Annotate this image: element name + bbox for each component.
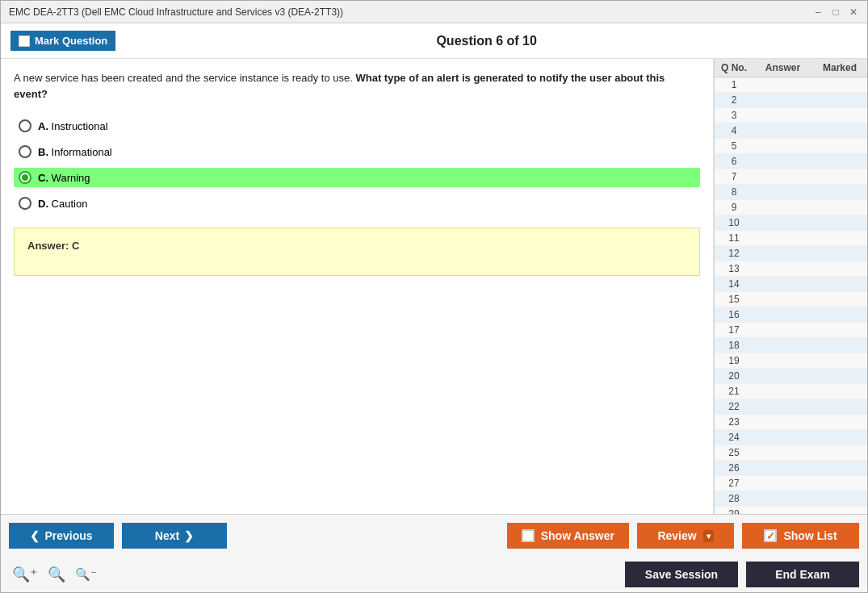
option-d[interactable]: D. Caution xyxy=(14,194,700,213)
zoom-normal-button[interactable]: 🔍 xyxy=(44,564,69,585)
row-num: 23 xyxy=(718,416,750,428)
question-list-row[interactable]: 24 xyxy=(715,430,867,445)
question-list-row[interactable]: 19 xyxy=(715,353,867,369)
toolbar-row-2: 🔍⁺ 🔍 🔍⁻ Save Session End Exam xyxy=(1,557,867,592)
previous-label: Previous xyxy=(44,529,92,542)
question-title: Question 6 of 10 xyxy=(115,34,858,48)
question-list-row[interactable]: 2 xyxy=(715,93,867,108)
radio-d[interactable] xyxy=(19,197,31,210)
row-num: 26 xyxy=(718,462,750,474)
show-list-button[interactable]: ✓ Show List xyxy=(742,523,859,549)
question-list-row[interactable]: 29 xyxy=(715,507,867,514)
next-arrow-icon: ❯ xyxy=(184,529,194,542)
option-a[interactable]: A. Instructional xyxy=(14,116,700,136)
main-section: A new service has been created and the s… xyxy=(1,59,867,514)
option-a-label: A. Instructional xyxy=(38,120,108,132)
question-list-row[interactable]: 8 xyxy=(715,185,867,200)
question-list-row[interactable]: 6 xyxy=(715,154,867,169)
question-list-row[interactable]: 13 xyxy=(715,261,867,277)
answer-text: Answer: C xyxy=(27,240,79,252)
question-list-row[interactable]: 20 xyxy=(715,369,867,384)
row-num: 3 xyxy=(718,110,750,121)
question-list-row[interactable]: 18 xyxy=(715,338,867,353)
row-num: 6 xyxy=(718,156,750,167)
row-num: 20 xyxy=(718,370,750,382)
review-dropdown-icon: ▾ xyxy=(703,530,714,542)
col-qno-header: Q No. xyxy=(718,62,750,73)
question-list-row[interactable]: 25 xyxy=(715,445,867,461)
row-num: 24 xyxy=(718,432,750,443)
option-c-label: C. Warning xyxy=(38,172,90,184)
next-label: Next xyxy=(155,529,179,542)
show-answer-button[interactable]: Show Answer xyxy=(507,523,629,549)
row-num: 2 xyxy=(718,94,750,106)
row-num: 29 xyxy=(718,508,750,514)
row-num: 5 xyxy=(718,140,750,152)
restore-button[interactable]: □ xyxy=(830,6,841,18)
question-list-row[interactable]: 1 xyxy=(715,77,867,93)
row-num: 25 xyxy=(718,447,750,458)
question-list-row[interactable]: 16 xyxy=(715,307,867,323)
question-list-row[interactable]: 21 xyxy=(715,384,867,399)
question-list-body[interactable]: 1 2 3 4 5 6 7 8 xyxy=(715,77,867,514)
radio-c[interactable] xyxy=(19,171,31,184)
question-list-row[interactable]: 10 xyxy=(715,215,867,231)
save-session-button[interactable]: Save Session xyxy=(625,562,738,587)
previous-button[interactable]: ❮ Previous xyxy=(9,523,114,549)
question-list-row[interactable]: 23 xyxy=(715,415,867,430)
option-d-label: D. Caution xyxy=(38,198,87,210)
minimize-button[interactable]: – xyxy=(812,6,824,18)
row-num: 9 xyxy=(718,202,750,213)
radio-b[interactable] xyxy=(19,145,31,158)
app-window: EMC DEA-2TT3 (Dell EMC Cloud Infrastruct… xyxy=(0,0,868,593)
question-list-row[interactable]: 4 xyxy=(715,123,867,139)
toolbar-row-1: ❮ Previous Next ❯ Show Answer Review ▾ xyxy=(1,515,867,557)
end-exam-label: End Exam xyxy=(775,568,830,581)
question-list-row[interactable]: 17 xyxy=(715,323,867,338)
bottom-toolbar: ❮ Previous Next ❯ Show Answer Review ▾ xyxy=(1,514,867,592)
question-panel: A new service has been created and the s… xyxy=(1,59,714,514)
save-session-label: Save Session xyxy=(645,568,718,581)
col-marked-header: Marked xyxy=(816,62,864,73)
question-list-row[interactable]: 9 xyxy=(715,200,867,215)
title-bar: EMC DEA-2TT3 (Dell EMC Cloud Infrastruct… xyxy=(1,1,867,23)
previous-arrow-icon: ❮ xyxy=(30,529,40,542)
question-list-panel: Q No. Answer Marked 1 2 3 4 5 xyxy=(714,59,867,514)
question-list-row[interactable]: 28 xyxy=(715,491,867,507)
question-list-row[interactable]: 26 xyxy=(715,461,867,476)
mark-question-button[interactable]: Mark Question xyxy=(10,31,115,51)
question-list-row[interactable]: 3 xyxy=(715,108,867,123)
question-list-row[interactable]: 11 xyxy=(715,231,867,246)
row-num: 21 xyxy=(718,386,750,397)
question-list-row[interactable]: 22 xyxy=(715,399,867,415)
review-button[interactable]: Review ▾ xyxy=(637,523,734,549)
top-bar: Mark Question Question 6 of 10 xyxy=(1,23,867,59)
show-answer-checkbox-icon xyxy=(522,529,535,542)
row-num: 1 xyxy=(718,79,750,90)
zoom-out-button[interactable]: 🔍⁻ xyxy=(72,566,100,583)
question-list-row[interactable]: 5 xyxy=(715,139,867,154)
radio-a[interactable] xyxy=(19,119,31,132)
option-b[interactable]: B. Informational xyxy=(14,142,700,161)
window-title: EMC DEA-2TT3 (Dell EMC Cloud Infrastruct… xyxy=(9,6,343,18)
zoom-in-button[interactable]: 🔍⁺ xyxy=(9,564,41,585)
next-button[interactable]: Next ❯ xyxy=(122,523,227,549)
row-num: 11 xyxy=(718,232,750,244)
option-b-label: B. Informational xyxy=(38,146,112,158)
option-c[interactable]: C. Warning xyxy=(14,168,700,187)
close-button[interactable]: ✕ xyxy=(848,6,859,18)
window-controls: – □ ✕ xyxy=(812,6,859,18)
question-list-row[interactable]: 27 xyxy=(715,476,867,491)
row-num: 8 xyxy=(718,186,750,198)
row-num: 22 xyxy=(718,401,750,412)
question-list-row[interactable]: 7 xyxy=(715,169,867,185)
question-list-row[interactable]: 12 xyxy=(715,246,867,261)
mark-question-label: Mark Question xyxy=(35,35,107,47)
question-list-row[interactable]: 14 xyxy=(715,277,867,292)
end-exam-button[interactable]: End Exam xyxy=(746,562,859,587)
mark-checkbox-icon xyxy=(19,35,30,47)
row-num: 7 xyxy=(718,171,750,182)
question-list-row[interactable]: 15 xyxy=(715,292,867,307)
question-text: A new service has been created and the s… xyxy=(14,70,700,102)
row-num: 14 xyxy=(718,278,750,290)
